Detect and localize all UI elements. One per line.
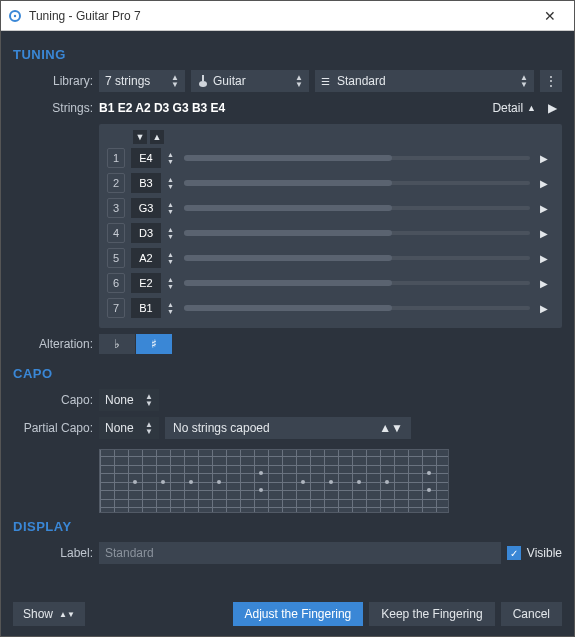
string-note-stepper[interactable]: ▲▼	[167, 148, 174, 168]
play-icon: ▶	[540, 153, 548, 164]
stepper-icon: ▲▼	[145, 421, 153, 435]
play-icon: ▶	[540, 278, 548, 289]
string-play-button[interactable]: ▶	[540, 153, 554, 164]
chevron-down-icon: ▼	[167, 208, 174, 215]
stepper-icon: ▲▼	[171, 74, 179, 88]
string-note-input[interactable]: D3	[131, 223, 161, 243]
adjust-fingering-button[interactable]: Adjust the Fingering	[233, 602, 364, 626]
capo-select[interactable]: None ▲▼	[99, 389, 159, 411]
display-heading: DISPLAY	[13, 519, 562, 534]
instrument-select[interactable]: Guitar ▲▼	[191, 70, 309, 92]
stepper-icon: ▲▼	[145, 393, 153, 407]
string-pitch-slider[interactable]	[184, 231, 530, 235]
string-number: 4	[107, 223, 125, 243]
string-number: 6	[107, 273, 125, 293]
window-title: Tuning - Guitar Pro 7	[25, 9, 530, 23]
capo-heading: CAPO	[13, 366, 562, 381]
chevron-up-icon: ▲	[167, 251, 174, 258]
chevron-down-icon: ▼	[167, 308, 174, 315]
chevron-down-icon: ▼	[167, 233, 174, 240]
sharp-symbol: ♯	[151, 337, 157, 351]
string-play-button[interactable]: ▶	[540, 203, 554, 214]
show-menu-button[interactable]: Show ▲▼	[13, 602, 85, 626]
string-note-stepper[interactable]: ▲▼	[167, 173, 174, 193]
display-label-input[interactable]	[99, 542, 501, 564]
preset-value: Standard	[337, 74, 386, 88]
chevron-down-icon: ▼	[136, 132, 145, 142]
play-all-button[interactable]: ▶	[542, 98, 562, 118]
string-note-input[interactable]: E4	[131, 148, 161, 168]
chevron-up-icon: ▲	[167, 176, 174, 183]
play-icon: ▶	[548, 101, 557, 115]
string-note-stepper[interactable]: ▲▼	[167, 298, 174, 318]
string-play-button[interactable]: ▶	[540, 178, 554, 189]
string-pitch-slider[interactable]	[184, 256, 530, 260]
string-number: 1	[107, 148, 125, 168]
chevron-down-icon: ▼	[167, 258, 174, 265]
cancel-button[interactable]: Cancel	[501, 602, 562, 626]
string-row: 7B1▲▼▶	[107, 297, 554, 319]
svg-point-1	[14, 14, 16, 16]
more-options-button[interactable]: ⋮	[540, 70, 562, 92]
string-note-input[interactable]: B3	[131, 173, 161, 193]
string-note-input[interactable]: E2	[131, 273, 161, 293]
partial-capo-status-text: No strings capoed	[173, 421, 270, 435]
string-row: 6E2▲▼▶	[107, 272, 554, 294]
strings-count-select[interactable]: 7 strings ▲▼	[99, 70, 185, 92]
chevron-up-icon: ▲	[167, 301, 174, 308]
string-pitch-slider[interactable]	[184, 306, 530, 310]
capo-label: Capo:	[13, 393, 93, 407]
string-pitch-slider[interactable]	[184, 181, 530, 185]
string-pitch-slider[interactable]	[184, 281, 530, 285]
string-pitch-slider[interactable]	[184, 156, 530, 160]
string-play-button[interactable]: ▶	[540, 253, 554, 264]
partial-capo-status[interactable]: No strings capoed ▲▼	[165, 417, 411, 439]
svg-point-3	[199, 81, 207, 87]
all-strings-down-button[interactable]: ▼	[133, 130, 147, 144]
stepper-icon: ▲▼	[379, 421, 403, 435]
string-note-stepper[interactable]: ▲▼	[167, 248, 174, 268]
close-button[interactable]: ✕	[530, 2, 570, 30]
string-note-input[interactable]: A2	[131, 248, 161, 268]
string-number: 3	[107, 198, 125, 218]
strings-editor: ▼ ▲ 1E4▲▼▶2B3▲▼▶3G3▲▼▶4D3▲▼▶5A2▲▼▶6E2▲▼▶…	[99, 124, 562, 328]
stepper-icon: ▲▼	[520, 74, 528, 88]
chevron-up-icon: ▲	[527, 103, 536, 113]
flat-button[interactable]: ♭	[99, 334, 135, 354]
alteration-label: Alteration:	[13, 337, 93, 351]
string-row: 2B3▲▼▶	[107, 172, 554, 194]
string-note-stepper[interactable]: ▲▼	[167, 198, 174, 218]
partial-capo-value: None	[105, 421, 134, 435]
string-note-stepper[interactable]: ▲▼	[167, 273, 174, 293]
play-icon: ▶	[540, 303, 548, 314]
string-play-button[interactable]: ▶	[540, 303, 554, 314]
visible-checkbox[interactable]: ✓	[507, 546, 521, 560]
all-strings-up-button[interactable]: ▲	[150, 130, 164, 144]
string-note-input[interactable]: G3	[131, 198, 161, 218]
svg-rect-2	[202, 75, 204, 81]
chevron-up-icon: ▲	[167, 151, 174, 158]
guitar-icon	[197, 74, 209, 88]
string-number: 5	[107, 248, 125, 268]
string-note-input[interactable]: B1	[131, 298, 161, 318]
string-row: 4D3▲▼▶	[107, 222, 554, 244]
chevron-up-icon: ▲	[153, 132, 162, 142]
string-play-button[interactable]: ▶	[540, 278, 554, 289]
string-row: 3G3▲▼▶	[107, 197, 554, 219]
keep-fingering-button[interactable]: Keep the Fingering	[369, 602, 494, 626]
strings-count-value: 7 strings	[105, 74, 150, 88]
flat-symbol: ♭	[114, 337, 120, 351]
string-play-button[interactable]: ▶	[540, 228, 554, 239]
partial-capo-select[interactable]: None ▲▼	[99, 417, 159, 439]
preset-select[interactable]: ☰ Standard ▲▼	[315, 70, 534, 92]
play-icon: ▶	[540, 203, 548, 214]
string-note-stepper[interactable]: ▲▼	[167, 223, 174, 243]
app-icon	[5, 6, 25, 26]
sharp-button[interactable]: ♯	[136, 334, 172, 354]
kebab-icon: ⋮	[545, 74, 557, 88]
capo-value: None	[105, 393, 134, 407]
dialog-footer: Show ▲▼ Adjust the Fingering Keep the Fi…	[13, 596, 562, 626]
detail-toggle[interactable]: Detail ▲	[492, 101, 536, 115]
string-pitch-slider[interactable]	[184, 206, 530, 210]
chevron-down-icon: ▼	[167, 158, 174, 165]
